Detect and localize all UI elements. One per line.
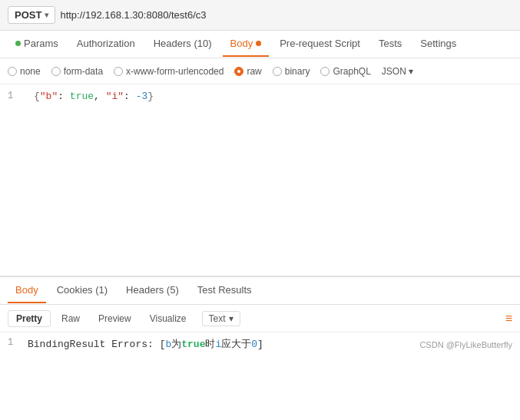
url-input[interactable] bbox=[60, 9, 512, 21]
view-row: Pretty Raw Preview Visualize Text ▾ ≡ bbox=[0, 305, 520, 332]
radio-graphql[interactable]: GraphQL bbox=[320, 66, 370, 77]
tab-tests-label: Tests bbox=[379, 38, 402, 49]
tab-headers[interactable]: Headers (10) bbox=[146, 31, 220, 57]
params-dot bbox=[15, 41, 21, 46]
radio-graphql-label: GraphQL bbox=[333, 66, 370, 77]
radio-binary[interactable]: binary bbox=[273, 66, 310, 77]
json-type-selector[interactable]: JSON ▾ bbox=[382, 66, 413, 77]
tab-tests[interactable]: Tests bbox=[371, 31, 409, 57]
code-editor[interactable]: 1 {"b": true, "i": -3} bbox=[0, 84, 520, 276]
method-chevron: ▾ bbox=[45, 11, 48, 19]
radio-form-data-circle bbox=[51, 67, 61, 76]
radio-raw-circle bbox=[234, 67, 243, 76]
response-tab-cookies-label: Cookies (1) bbox=[57, 284, 108, 296]
response-tab-cookies[interactable]: Cookies (1) bbox=[49, 278, 115, 303]
filter-icon[interactable]: ≡ bbox=[505, 312, 512, 326]
method-selector[interactable]: POST ▾ bbox=[8, 6, 55, 24]
watermark: CSDN @FlyLikeButterfly bbox=[419, 340, 512, 349]
body-type-row: none form-data x-www-form-urlencoded raw… bbox=[0, 58, 520, 84]
tab-settings[interactable]: Settings bbox=[412, 31, 464, 57]
text-type-selector[interactable]: Text ▾ bbox=[202, 311, 240, 326]
tab-body-label: Body bbox=[230, 38, 253, 49]
radio-none-label: none bbox=[20, 66, 41, 77]
radio-raw[interactable]: raw bbox=[234, 66, 261, 77]
response-tab-headers-label: Headers (5) bbox=[126, 284, 179, 296]
text-type-chevron: ▾ bbox=[229, 313, 234, 324]
radio-urlencoded-circle bbox=[114, 67, 123, 76]
tab-headers-label: Headers (10) bbox=[154, 38, 212, 49]
response-tab-body-label: Body bbox=[15, 284, 38, 296]
response-tab-headers[interactable]: Headers (5) bbox=[118, 278, 187, 303]
view-visualize-button[interactable]: Visualize bbox=[142, 311, 194, 326]
tab-settings-label: Settings bbox=[420, 38, 456, 49]
text-type-label: Text bbox=[209, 313, 226, 324]
radio-none[interactable]: none bbox=[8, 66, 41, 77]
radio-urlencoded-label: x-www-form-urlencoded bbox=[126, 66, 224, 77]
top-tabs: Params Authorization Headers (10) Body P… bbox=[0, 31, 520, 58]
radio-binary-circle bbox=[273, 67, 282, 76]
tab-authorization[interactable]: Authorization bbox=[69, 31, 143, 57]
response-tabs: Body Cookies (1) Headers (5) Test Result… bbox=[0, 277, 520, 305]
response-tab-test-results-label: Test Results bbox=[197, 284, 252, 296]
url-bar: POST ▾ bbox=[0, 0, 520, 31]
radio-raw-label: raw bbox=[247, 66, 261, 77]
radio-binary-label: binary bbox=[285, 66, 310, 77]
tab-params-label: Params bbox=[24, 38, 58, 49]
radio-none-circle bbox=[8, 67, 17, 76]
response-tab-test-results[interactable]: Test Results bbox=[190, 278, 260, 303]
tab-pre-request-script[interactable]: Pre-request Script bbox=[272, 31, 368, 57]
radio-form-data[interactable]: form-data bbox=[51, 66, 103, 77]
response-line-content: BindingResult Errors: [b为true时i应大于0] bbox=[28, 337, 263, 351]
code-line-1-content: {"b": true, "i": -3} bbox=[34, 91, 154, 102]
response-line-number: 1 bbox=[8, 337, 20, 348]
tab-authorization-label: Authorization bbox=[77, 38, 135, 49]
json-type-chevron: ▾ bbox=[409, 66, 413, 77]
tab-pre-request-label: Pre-request Script bbox=[280, 38, 360, 49]
radio-urlencoded[interactable]: x-www-form-urlencoded bbox=[114, 66, 224, 77]
radio-form-data-label: form-data bbox=[64, 66, 103, 77]
tab-params[interactable]: Params bbox=[8, 31, 66, 57]
radio-graphql-circle bbox=[320, 67, 330, 76]
view-preview-button[interactable]: Preview bbox=[91, 311, 139, 326]
line-number-1: 1 bbox=[8, 91, 26, 101]
body-dot bbox=[256, 41, 261, 46]
tab-body[interactable]: Body bbox=[223, 31, 270, 57]
view-pretty-button[interactable]: Pretty bbox=[8, 310, 51, 327]
method-label: POST bbox=[15, 9, 41, 21]
json-type-label: JSON bbox=[382, 66, 406, 77]
response-tab-body[interactable]: Body bbox=[8, 278, 46, 303]
view-raw-button[interactable]: Raw bbox=[54, 311, 88, 326]
code-line-1: 1 {"b": true, "i": -3} bbox=[0, 91, 520, 102]
